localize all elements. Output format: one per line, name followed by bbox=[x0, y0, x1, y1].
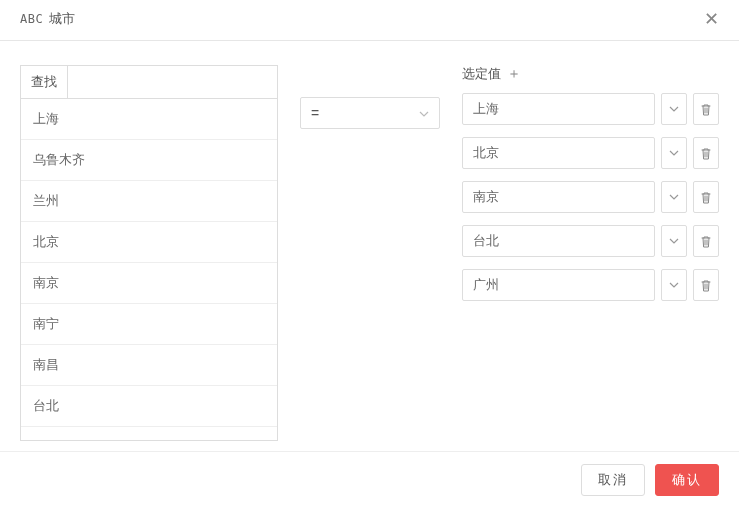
operator-value: = bbox=[311, 105, 319, 121]
available-values-panel: 查找 上海乌鲁木齐兰州北京南京南宁南昌台北合肥 bbox=[20, 65, 278, 441]
trash-icon[interactable] bbox=[693, 93, 719, 125]
list-item[interactable]: 合肥 bbox=[21, 427, 277, 441]
operator-panel: = bbox=[300, 65, 440, 441]
list-item[interactable]: 台北 bbox=[21, 386, 277, 427]
selected-row: 南京 bbox=[462, 181, 719, 213]
trash-icon[interactable] bbox=[693, 137, 719, 169]
search-input[interactable] bbox=[68, 66, 277, 98]
dialog-title: ABC 城市 bbox=[20, 10, 75, 28]
chevron-down-icon[interactable] bbox=[661, 137, 687, 169]
chevron-down-icon[interactable] bbox=[661, 269, 687, 301]
plus-icon[interactable]: ＋ bbox=[507, 65, 521, 83]
selected-row: 台北 bbox=[462, 225, 719, 257]
chevron-down-icon[interactable] bbox=[661, 181, 687, 213]
list-item[interactable]: 南昌 bbox=[21, 345, 277, 386]
search-row: 查找 bbox=[20, 65, 278, 98]
selected-value-chip[interactable]: 上海 bbox=[462, 93, 655, 125]
filter-dialog: ABC 城市 ✕ 查找 上海乌鲁木齐兰州北京南京南宁南昌台北合肥 = bbox=[0, 0, 739, 508]
chevron-down-icon[interactable] bbox=[661, 93, 687, 125]
selected-row: 北京 bbox=[462, 137, 719, 169]
selected-header-label: 选定值 bbox=[462, 65, 501, 83]
selected-value-chip[interactable]: 台北 bbox=[462, 225, 655, 257]
list-item[interactable]: 南京 bbox=[21, 263, 277, 304]
field-name-label: 城市 bbox=[49, 10, 75, 28]
operator-select[interactable]: = bbox=[300, 97, 440, 129]
trash-icon[interactable] bbox=[693, 225, 719, 257]
search-label: 查找 bbox=[21, 66, 68, 98]
selected-row: 上海 bbox=[462, 93, 719, 125]
selected-values-panel: 选定值 ＋ 上海北京南京台北广州 bbox=[462, 65, 719, 441]
close-icon[interactable]: ✕ bbox=[704, 10, 719, 28]
dialog-header: ABC 城市 ✕ bbox=[0, 0, 739, 41]
list-item[interactable]: 兰州 bbox=[21, 181, 277, 222]
selected-value-chip[interactable]: 广州 bbox=[462, 269, 655, 301]
chevron-down-icon bbox=[419, 107, 429, 119]
selected-header: 选定值 ＋ bbox=[462, 65, 719, 83]
trash-icon[interactable] bbox=[693, 181, 719, 213]
field-type-label: ABC bbox=[20, 12, 43, 26]
list-item[interactable]: 上海 bbox=[21, 99, 277, 140]
chevron-down-icon[interactable] bbox=[661, 225, 687, 257]
dialog-footer: 取消 确认 bbox=[0, 451, 739, 508]
selected-row: 广州 bbox=[462, 269, 719, 301]
selected-value-chip[interactable]: 南京 bbox=[462, 181, 655, 213]
list-item[interactable]: 南宁 bbox=[21, 304, 277, 345]
selected-list: 上海北京南京台北广州 bbox=[462, 93, 719, 301]
list-item[interactable]: 北京 bbox=[21, 222, 277, 263]
cancel-button[interactable]: 取消 bbox=[581, 464, 645, 496]
list-item[interactable]: 乌鲁木齐 bbox=[21, 140, 277, 181]
city-list[interactable]: 上海乌鲁木齐兰州北京南京南宁南昌台北合肥 bbox=[20, 98, 278, 441]
selected-value-chip[interactable]: 北京 bbox=[462, 137, 655, 169]
trash-icon[interactable] bbox=[693, 269, 719, 301]
confirm-button[interactable]: 确认 bbox=[655, 464, 719, 496]
dialog-body: 查找 上海乌鲁木齐兰州北京南京南宁南昌台北合肥 = 选定值 ＋ 上海北京南京台北… bbox=[0, 41, 739, 451]
